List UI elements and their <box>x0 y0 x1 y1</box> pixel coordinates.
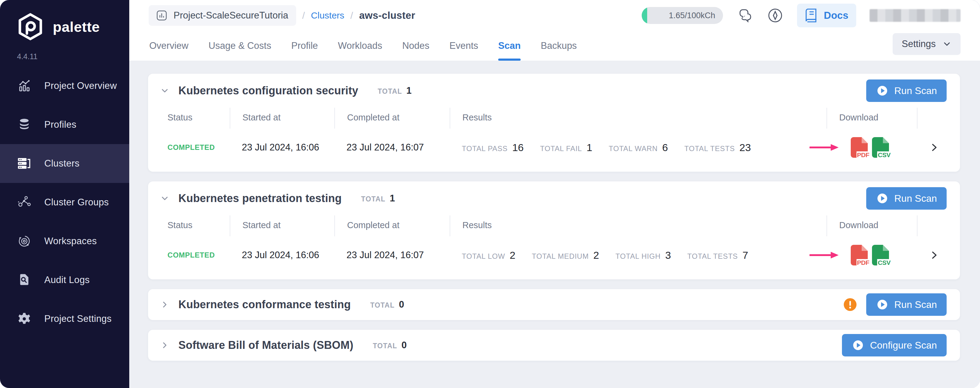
main-area: Project-ScaleSecureTutoria / Clusters / … <box>129 0 980 388</box>
tab-scan[interactable]: Scan <box>498 31 521 60</box>
app-version: 4.4.11 <box>0 52 129 61</box>
section-header: Kubernetes configuration security TOTAL … <box>148 74 960 108</box>
play-icon <box>876 298 889 311</box>
section-title: Kubernetes conformance testing <box>178 298 351 311</box>
tab-profile[interactable]: Profile <box>291 31 318 60</box>
usage-meter-value: 1.65/100kCh <box>669 11 715 20</box>
sidebar-item-audit-logs[interactable]: Audit Logs <box>0 261 129 299</box>
run-scan-button[interactable]: Run Scan <box>866 187 947 210</box>
topbar: Project-ScaleSecureTutoria / Clusters / … <box>129 0 980 61</box>
section-title: Kubernetes penetration testing <box>178 192 342 205</box>
tab-overview[interactable]: Overview <box>149 31 188 60</box>
gear-icon <box>17 312 32 326</box>
download-csv-button[interactable]: CSV <box>872 245 889 266</box>
file-fold <box>862 137 868 143</box>
section-total: TOTAL 0 <box>373 340 407 351</box>
scan-result-row[interactable]: COMPLETED 23 Jul 2024, 16:06 23 Jul 2024… <box>167 132 951 172</box>
section-header: Kubernetes conformance testing TOTAL 0 <box>148 289 960 320</box>
download-pdf-button[interactable]: PDF <box>851 137 868 158</box>
audit-doc-icon <box>17 273 32 287</box>
sidebar-item-workspaces[interactable]: Workspaces <box>0 222 129 261</box>
sidebar: palette 4.4.11 Project Overview <box>0 0 129 388</box>
tab-usage-costs[interactable]: Usage & Costs <box>208 31 271 60</box>
completed-at: 23 Jul 2024, 16:07 <box>334 239 450 271</box>
scan-table-header: Status Started at Completed at Results D… <box>167 108 951 129</box>
project-selector[interactable]: Project-ScaleSecureTutoria <box>149 5 296 26</box>
scan-section-sbom: Software Bill of Materials (SBOM) TOTAL … <box>148 330 960 361</box>
scan-table-header: Status Started at Completed at Results D… <box>167 215 951 236</box>
status-badge: COMPLETED <box>167 251 215 259</box>
chart-icon <box>17 79 32 93</box>
run-scan-button[interactable]: Run Scan <box>866 80 947 102</box>
breadcrumb-separator: / <box>350 10 353 21</box>
help-compass-button[interactable] <box>767 7 784 24</box>
usage-meter[interactable]: 1.65/100kCh <box>642 7 723 24</box>
col-completed: Completed at <box>334 215 450 236</box>
docs-button[interactable]: Docs <box>797 4 856 27</box>
configure-scan-button[interactable]: Configure Scan <box>842 334 947 356</box>
section-header: Kubernetes penetration testing TOTAL 1 R… <box>148 181 960 215</box>
scan-section-conformance-testing: Kubernetes conformance testing TOTAL 0 <box>148 289 960 320</box>
run-scan-button[interactable]: Run Scan <box>866 293 947 316</box>
collapse-chevron-icon[interactable] <box>160 86 169 95</box>
sidebar-item-project-overview[interactable]: Project Overview <box>0 67 129 105</box>
sidebar-item-label: Profiles <box>44 119 76 130</box>
play-icon <box>876 192 889 205</box>
section-total: TOTAL 1 <box>361 193 395 204</box>
col-started: Started at <box>230 108 334 129</box>
sidebar-item-cluster-groups[interactable]: Cluster Groups <box>0 183 129 222</box>
tab-workloads[interactable]: Workloads <box>338 31 382 60</box>
sidebar-item-label: Project Settings <box>44 313 111 324</box>
cluster-tabs: Overview Usage & Costs Profile Workloads… <box>129 31 980 60</box>
tab-events[interactable]: Events <box>449 31 478 60</box>
breadcrumb-clusters-link[interactable]: Clusters <box>311 10 344 21</box>
sidebar-item-profiles[interactable]: Profiles <box>0 105 129 144</box>
palette-logo-icon <box>16 12 45 41</box>
col-results: Results <box>450 215 826 236</box>
section-total: TOTAL 0 <box>370 299 404 310</box>
chat-button[interactable] <box>737 7 753 24</box>
project-name: Project-ScaleSecureTutoria <box>173 10 288 21</box>
docs-label: Docs <box>824 10 848 21</box>
file-fold <box>883 137 889 143</box>
collapse-chevron-icon[interactable] <box>160 194 169 203</box>
section-total: TOTAL 1 <box>378 85 412 96</box>
row-chevron-right-icon[interactable] <box>929 250 939 260</box>
results-summary: TOTAL PASS16 TOTAL FAIL1 TOTAL WARN6 TOT… <box>450 132 826 163</box>
expand-chevron-icon[interactable] <box>160 341 169 350</box>
app-name: palette <box>53 19 100 35</box>
status-badge: COMPLETED <box>167 143 215 152</box>
book-icon <box>805 8 818 23</box>
tab-backups[interactable]: Backups <box>541 31 577 60</box>
started-at: 23 Jul 2024, 16:06 <box>230 239 334 271</box>
sidebar-item-label: Audit Logs <box>44 275 90 285</box>
user-account-redacted[interactable] <box>870 9 961 22</box>
row-chevron-right-icon[interactable] <box>929 142 939 153</box>
server-icon <box>17 156 32 171</box>
brand: palette <box>0 0 129 41</box>
started-at: 23 Jul 2024, 16:06 <box>230 132 334 163</box>
topbar-actions: 1.65/100kCh <box>642 4 961 27</box>
usage-meter-fill <box>642 7 647 24</box>
download-cell: PDF CSV <box>826 132 918 163</box>
file-fold <box>862 245 868 251</box>
section-title: Kubernetes configuration security <box>178 84 358 97</box>
tab-nodes[interactable]: Nodes <box>402 31 430 60</box>
file-fold <box>883 245 889 251</box>
settings-button[interactable]: Settings <box>892 33 961 55</box>
compass-icon <box>767 8 783 23</box>
sidebar-nav: Project Overview Profiles <box>0 67 129 338</box>
play-icon <box>876 84 889 97</box>
expand-chevron-icon[interactable] <box>160 300 169 309</box>
download-cell: PDF CSV <box>826 239 918 271</box>
col-results: Results <box>450 108 826 129</box>
col-status: Status <box>167 215 230 236</box>
breadcrumb-current-cluster: aws-cluster <box>359 10 415 21</box>
app-window: palette 4.4.11 Project Overview <box>0 0 980 388</box>
sidebar-item-project-settings[interactable]: Project Settings <box>0 299 129 338</box>
sidebar-item-clusters[interactable]: Clusters <box>0 144 129 183</box>
col-download: Download <box>826 215 918 236</box>
download-csv-button[interactable]: CSV <box>872 137 889 158</box>
download-pdf-button[interactable]: PDF <box>851 245 868 266</box>
scan-result-row[interactable]: COMPLETED 23 Jul 2024, 16:06 23 Jul 2024… <box>167 239 951 279</box>
